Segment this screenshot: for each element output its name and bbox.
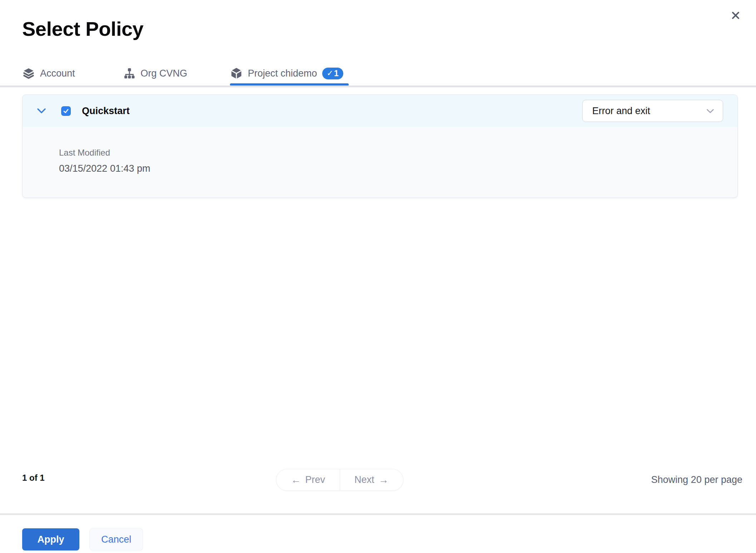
footer-divider [0,513,756,515]
selected-count-badge: ✓ 1 [322,68,343,79]
policy-name: Quickstart [82,106,130,117]
page-count: 1 of 1 [22,473,45,483]
policy-card: Quickstart Error and exit Last Modified … [22,94,738,198]
tabbar-divider [0,85,756,87]
tab-account-label: Account [40,68,75,79]
arrow-right-icon: → [379,475,389,485]
hierarchy-icon [123,67,136,79]
selected-count: 1 [334,69,339,78]
prev-button[interactable]: ← Prev [276,469,340,490]
policy-action-value: Error and exit [592,106,650,117]
tab-project-chidemo[interactable]: Project chidemo ✓ 1 [230,62,349,85]
chevron-down-icon [706,109,714,113]
per-page-summary: Showing 20 per page [651,474,742,485]
policy-card-header: Quickstart Error and exit [23,95,737,127]
close-icon [730,10,741,21]
page-title: Select Policy [22,17,143,40]
check-icon: ✓ [327,69,333,78]
tab-account[interactable]: Account [22,62,75,85]
next-button[interactable]: Next → [340,469,403,490]
last-modified-value: 03/15/2022 01:43 pm [59,163,737,174]
pager: ← Prev Next → [276,469,403,491]
cube-icon [230,67,243,80]
policy-action-select[interactable]: Error and exit [582,100,723,122]
tab-project-chidemo-label: Project chidemo [248,68,317,79]
last-modified-label: Last Modified [59,148,737,158]
prev-button-label: Prev [305,474,325,485]
cancel-button[interactable]: Cancel [89,528,143,550]
checkmark-icon [63,108,69,114]
policy-card-details: Last Modified 03/15/2022 01:43 pm [23,127,737,174]
arrow-left-icon: ← [291,475,301,485]
collapse-chevron-button[interactable] [37,108,46,114]
chevron-down-icon [37,108,46,114]
layers-icon [22,67,35,80]
policy-checkbox[interactable] [61,106,71,116]
tab-org-cvng-label: Org CVNG [141,68,187,79]
close-button[interactable] [727,6,745,24]
apply-button[interactable]: Apply [22,528,79,550]
next-button-label: Next [354,474,374,485]
tab-org-cvng[interactable]: Org CVNG [123,62,187,85]
